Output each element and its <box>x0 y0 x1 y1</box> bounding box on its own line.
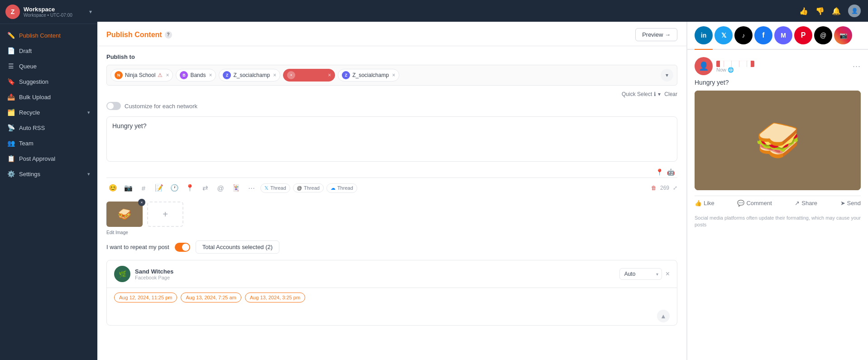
more-icon[interactable]: ⋯ <box>245 182 258 194</box>
preview-image <box>695 91 861 190</box>
preview-button[interactable]: Preview → <box>635 28 677 41</box>
chips-expand-button[interactable]: ▾ <box>661 69 673 82</box>
sidebar-item-team[interactable]: 👥 Team <box>0 135 97 151</box>
account-chips-container: N Ninja School ⚠ × B Bands × Z Z_socialc… <box>106 65 677 86</box>
photo-icon[interactable]: 📷 <box>122 182 134 194</box>
hashtag-icon[interactable]: # <box>137 182 150 194</box>
sidebar-item-queue[interactable]: ☰ Queue <box>0 58 97 74</box>
emoji-icon[interactable]: 😊 <box>106 182 119 194</box>
chip-zsocialchamp1[interactable]: Z Z_socialchamp × <box>219 69 280 82</box>
recycle-chevron-icon: ▾ <box>87 110 90 115</box>
add-media-button[interactable]: + <box>147 202 183 227</box>
sidebar-item-settings[interactable]: ⚙️ Settings ▾ <box>0 166 97 182</box>
sidebar-item-postapproval[interactable]: 📋 Post Approval <box>0 151 97 166</box>
chip-zsocialchamp2[interactable]: Z Z_socialchamp × <box>338 69 399 82</box>
threads-thread-button[interactable]: @ Thread <box>293 183 324 192</box>
schedule-close-button[interactable]: × <box>666 270 670 278</box>
tab-threads[interactable]: @ <box>814 26 832 44</box>
bluesky-thread-button[interactable]: ☁ Thread <box>326 183 357 193</box>
card-icon[interactable]: 🃏 <box>230 182 242 194</box>
collapse-button[interactable]: ▲ <box>657 310 670 322</box>
media-remove-button[interactable]: × <box>138 199 145 206</box>
bluesky-icon: ☁ <box>331 185 336 191</box>
publish-body: Publish to N Ninja School ⚠ × B Bands × <box>97 46 686 360</box>
instagram-icon: 📷 <box>839 32 847 39</box>
text-icon[interactable]: 📝 <box>153 182 165 194</box>
send-action[interactable]: ➤ Send <box>840 200 861 206</box>
chip-warning-ninja: ⚠ <box>158 72 163 78</box>
collapse-row: ▲ <box>107 307 677 325</box>
toggle-knob <box>107 103 114 109</box>
expand-icon[interactable]: ⤢ <box>673 185 677 191</box>
twitter-thread-button[interactable]: 𝕏 Thread <box>260 183 290 193</box>
tab-facebook[interactable]: f <box>754 26 772 44</box>
thumbsup-icon[interactable]: 👍 <box>799 7 808 15</box>
postapproval-icon: 📋 <box>7 155 14 162</box>
thumbsdown-icon[interactable]: 👎 <box>815 7 825 15</box>
sidebar-draft-label: Draft <box>19 48 32 54</box>
sandwich-illustration <box>695 91 861 190</box>
post-textarea[interactable]: Hungry yet? <box>106 116 677 162</box>
sidebar-item-autorss[interactable]: 📡 Auto RSS <box>0 120 97 135</box>
sidebar-team-label: Team <box>19 140 34 147</box>
customize-toggle[interactable] <box>106 102 121 110</box>
sidebar-item-recycle[interactable]: 🗂️ Recycle ▾ <box>0 105 97 120</box>
user-avatar[interactable]: 👤 <box>848 5 861 17</box>
tab-pinterest[interactable]: P <box>794 26 812 44</box>
chip-close-zsc2[interactable]: × <box>392 72 395 78</box>
chip-label-redacted <box>297 73 325 77</box>
publish-panel-title: Publish Content ? <box>106 31 172 39</box>
share-action[interactable]: ↗ Share <box>795 200 817 206</box>
comment-label: Comment <box>746 200 772 206</box>
tab-twitter[interactable]: 𝕏 <box>715 26 733 44</box>
tab-instagram[interactable]: 📷 <box>834 26 852 44</box>
trash-icon[interactable]: 🗑 <box>651 185 657 191</box>
tiktok-icon: ♪ <box>742 32 745 39</box>
chip-bands[interactable]: B Bands × <box>176 69 216 82</box>
toolbar-row: 😊 📷 # 📝 🕐 📍 ⇄ @ 🃏 ⋯ 𝕏 Thread <box>106 178 677 198</box>
map-icon[interactable]: 📍 <box>183 182 196 194</box>
clear-button[interactable]: Clear <box>664 91 677 97</box>
chip-close-ninja[interactable]: × <box>166 72 169 78</box>
sidebar-item-bulk[interactable]: 📤 Bulk Upload <box>0 89 97 105</box>
like-action[interactable]: 👍 Like <box>695 200 715 206</box>
arrows-icon[interactable]: ⇄ <box>199 182 211 194</box>
tab-linkedin[interactable]: in <box>695 26 713 44</box>
quick-select-button[interactable]: Quick Select ℹ ▾ <box>622 91 661 97</box>
tab-tiktok[interactable]: ♪ <box>734 26 753 44</box>
sidebar-item-publish[interactable]: ✏️ Publish Content <box>0 28 97 43</box>
post-options-icon[interactable]: ··· <box>853 62 861 71</box>
clock-icon[interactable]: 🕐 <box>168 182 181 194</box>
help-icon[interactable]: ? <box>165 31 172 38</box>
tab-mastodon[interactable]: M <box>774 26 792 44</box>
chip-redacted[interactable]: • × <box>283 69 335 82</box>
chip-close-bands[interactable]: × <box>209 72 212 78</box>
date-button-1[interactable]: Aug 12, 2024, 11:25 pm <box>114 293 177 302</box>
workspace-chevron-icon[interactable]: ▾ <box>89 9 92 15</box>
workspace-header[interactable]: Z Workspace Workspace • UTC-07:00 ▾ <box>0 0 97 24</box>
chip-close-zsc1[interactable]: × <box>273 72 276 78</box>
chip-ninja-school[interactable]: N Ninja School ⚠ × <box>110 69 173 82</box>
recycle-icon: 🗂️ <box>7 109 14 116</box>
date-button-3[interactable]: Aug 13, 2024, 3:25 pm <box>245 293 305 302</box>
preview-post-text: Hungry yet? <box>695 79 861 86</box>
comment-action[interactable]: 💬 Comment <box>737 200 772 206</box>
publish-title-text: Publish Content <box>106 31 162 39</box>
auto-dropdown[interactable]: Auto Manual Best Time <box>619 268 662 280</box>
sidebar-item-suggestion[interactable]: 🔖 Suggestion <box>0 74 97 89</box>
date-button-2[interactable]: Aug 13, 2024, 7:25 am <box>181 293 241 302</box>
workspace-subtitle: Workspace • UTC-07:00 <box>24 13 86 18</box>
publish-panel-header: Publish Content ? Preview → <box>97 22 686 46</box>
media-row: 🥪 × Edit Image + <box>106 202 677 227</box>
total-accounts-button[interactable]: Total Accounts selected (2) <box>196 240 279 254</box>
mention-icon[interactable]: @ <box>214 182 227 194</box>
edit-image-label[interactable]: Edit Image <box>106 230 128 235</box>
chip-close-redacted[interactable]: × <box>328 72 331 78</box>
repeat-toggle[interactable] <box>175 243 190 252</box>
quick-select-label: Quick Select <box>622 91 652 97</box>
sidebar-item-draft[interactable]: 📄 Draft <box>0 43 97 58</box>
sidebar-queue-label: Queue <box>19 63 37 70</box>
chip-avatar-zsc1: Z <box>223 71 231 79</box>
bluesky-thread-label: Thread <box>337 185 353 191</box>
notification-icon[interactable]: 🔔 <box>832 7 841 15</box>
